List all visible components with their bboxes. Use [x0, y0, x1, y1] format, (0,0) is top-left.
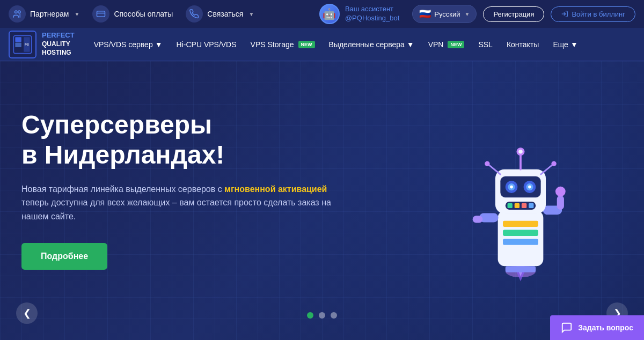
svg-rect-11 — [503, 221, 538, 227]
more-button[interactable]: Подробнее — [21, 243, 107, 270]
svg-point-27 — [528, 186, 531, 189]
hero-title-line1: Суперсерверы — [21, 110, 212, 139]
assistant-bot[interactable]: @PQHosting_bot — [345, 14, 399, 23]
svg-rect-36 — [508, 203, 513, 208]
lang-chevron-icon: ▼ — [465, 11, 470, 17]
logo-perfect: PERFECT — [42, 31, 75, 40]
billing-icon — [561, 10, 568, 18]
partners-menu[interactable]: Партнерам ▼ — [9, 5, 79, 23]
svg-point-1 — [18, 11, 21, 13]
assistant-block: 🤖 Ваш ассистент @PQHosting_bot — [319, 4, 399, 24]
chat-widget[interactable]: Задать вопрос — [550, 315, 644, 340]
register-button[interactable]: Регистрация — [483, 6, 544, 22]
contact-icon — [186, 5, 203, 23]
carousel-prev-icon: ❮ — [23, 307, 31, 319]
navbar: PS PERFECT QUALITY HOSTING VPS/VDS серве… — [0, 28, 644, 61]
logo[interactable]: PS PERFECT QUALITY HOSTING — [9, 31, 75, 58]
contact-chevron-icon: ▼ — [248, 11, 254, 17]
svg-line-31 — [489, 165, 501, 174]
vpn-badge: NEW — [448, 41, 464, 48]
nav-more-chevron-icon: ▼ — [570, 40, 578, 49]
hero-desc-before: Новая тарифная линейка выделенных сервер… — [21, 184, 224, 194]
hero-desc-highlight: мгновенной активацией — [224, 184, 327, 194]
hero-description: Новая тарифная линейка выделенных сервер… — [21, 182, 343, 224]
logo-hosting: HOSTING — [42, 49, 75, 57]
hero-desc-after: теперь доступна для всех желающих – вам … — [21, 198, 331, 221]
language-selector[interactable]: 🇷🇺 Русский ▼ — [412, 5, 477, 23]
logo-icon: PS — [9, 31, 36, 58]
nav-dedicated-chevron-icon: ▼ — [407, 40, 414, 49]
contact-label: Связаться — [207, 10, 243, 18]
payment-label: Способы оплаты — [114, 10, 173, 18]
contact-menu[interactable]: Связаться ▼ — [186, 5, 254, 23]
svg-text:PS: PS — [25, 43, 29, 46]
nav-dedicated-label: Выделенные сервера — [329, 40, 405, 49]
svg-rect-14 — [506, 266, 536, 272]
svg-rect-2 — [97, 11, 105, 17]
payment-menu[interactable]: Способы оплаты — [92, 5, 173, 23]
vps-storage-badge: NEW — [298, 41, 315, 48]
nav-vps-storage-label: VPS Storage — [251, 40, 294, 49]
nav-contacts-label: Контакты — [507, 40, 539, 49]
carousel-dots — [307, 312, 337, 319]
svg-rect-13 — [503, 239, 538, 245]
svg-rect-39 — [529, 203, 533, 208]
hero-title: Суперсерверы в Нидерландах! — [21, 110, 343, 169]
nav-ssl-label: SSL — [478, 40, 492, 49]
nav-vps-vds[interactable]: VPS/VDS сервер ▼ — [87, 36, 169, 53]
svg-point-34 — [551, 161, 556, 166]
chat-icon — [561, 322, 573, 334]
nav-vps-vds-label: VPS/VDS сервер — [94, 40, 153, 49]
lang-label: Русский — [434, 10, 460, 18]
svg-rect-10 — [498, 211, 544, 267]
chat-label: Задать вопрос — [578, 323, 633, 332]
hero-section: Суперсерверы в Нидерландах! Новая тарифн… — [0, 61, 644, 340]
nav-vps-storage[interactable]: VPS Storage NEW — [244, 36, 321, 53]
flag-icon: 🇷🇺 — [419, 8, 431, 20]
topbar: Партнерам ▼ Способы оплаты Связаться ▼ 🤖 — [0, 0, 644, 28]
svg-rect-6 — [15, 42, 21, 47]
svg-point-19 — [555, 187, 566, 197]
nav-more[interactable]: Еще ▼ — [546, 36, 584, 53]
assistant-title: Ваш ассистент — [345, 5, 399, 14]
svg-rect-18 — [557, 196, 564, 210]
topbar-left: Партнерам ▼ Способы оплаты Связаться ▼ — [9, 5, 306, 23]
nav-vpn-label: VPN — [428, 40, 444, 49]
nav-vps-vds-chevron-icon: ▼ — [155, 40, 163, 49]
payment-icon — [92, 5, 109, 23]
svg-rect-38 — [522, 203, 526, 208]
svg-rect-16 — [473, 216, 483, 223]
carousel-prev-button[interactable]: ❮ — [16, 302, 38, 324]
svg-point-32 — [485, 161, 489, 166]
nav-ssl[interactable]: SSL — [472, 36, 499, 53]
svg-point-24 — [510, 186, 513, 189]
nav-more-label: Еще — [553, 40, 568, 49]
topbar-right: 🇷🇺 Русский ▼ Регистрация Войти в биллинг — [412, 5, 635, 23]
billing-button[interactable]: Войти в биллинг — [551, 6, 635, 22]
partners-chevron-icon: ▼ — [74, 11, 79, 17]
hero-illustration — [440, 115, 601, 286]
assistant-text: Ваш ассистент @PQHosting_bot — [345, 5, 399, 23]
robot-svg — [440, 115, 601, 286]
nav-contacts[interactable]: Контакты — [500, 36, 545, 53]
assistant-avatar: 🤖 — [319, 4, 340, 24]
nav-dedicated[interactable]: Выделенные сервера ▼ — [323, 36, 421, 53]
logo-text: PERFECT QUALITY HOSTING — [42, 31, 75, 57]
nav-items: VPS/VDS сервер ▼ Hi-CPU VPS/VDS VPS Stor… — [87, 36, 635, 53]
svg-point-0 — [15, 11, 18, 13]
svg-rect-37 — [515, 203, 519, 208]
hero-title-line2: в Нидерландах! — [21, 141, 224, 169]
partners-label: Партнерам — [30, 10, 69, 18]
hero-content: Суперсерверы в Нидерландах! Новая тарифн… — [21, 110, 343, 269]
carousel-dot-2[interactable] — [319, 312, 325, 319]
svg-rect-5 — [15, 37, 21, 42]
carousel-dot-1[interactable] — [307, 312, 313, 319]
nav-vpn[interactable]: VPN NEW — [422, 36, 471, 53]
svg-line-33 — [541, 165, 552, 174]
svg-rect-12 — [503, 230, 538, 236]
nav-hi-cpu-label: Hi-CPU VPS/VDS — [177, 40, 237, 49]
svg-point-30 — [518, 150, 523, 154]
nav-hi-cpu[interactable]: Hi-CPU VPS/VDS — [170, 36, 243, 53]
carousel-dot-3[interactable] — [331, 312, 337, 319]
logo-quality: QUALITY — [42, 40, 75, 49]
